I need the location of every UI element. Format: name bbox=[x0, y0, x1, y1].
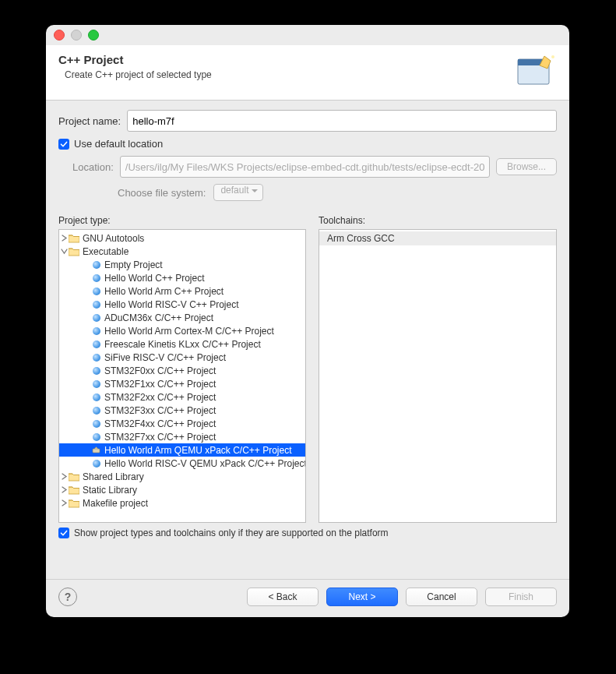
checkbox-checked-icon bbox=[58, 139, 69, 150]
tree-item-label: Hello World RISC-V C++ Project bbox=[104, 299, 239, 310]
template-icon bbox=[93, 327, 100, 335]
template-icon bbox=[93, 407, 100, 415]
project-type-label: Project type: bbox=[58, 215, 306, 226]
template-icon bbox=[93, 393, 100, 401]
tree-item-template[interactable]: ADuCM36x C/C++ Project bbox=[59, 311, 305, 324]
tree-item-label: Hello World Arm QEMU xPack C/C++ Project bbox=[104, 445, 292, 456]
back-button[interactable]: < Back bbox=[247, 588, 319, 606]
project-name-input[interactable] bbox=[127, 110, 557, 132]
tree-item-gnu-autotools[interactable]: GNU Autotools bbox=[59, 231, 305, 245]
location-input bbox=[120, 156, 490, 178]
filesystem-select: default bbox=[213, 184, 263, 201]
template-icon bbox=[93, 460, 100, 468]
tree-item-template[interactable]: Freescale Kinetis KLxx C/C++ Project bbox=[59, 337, 305, 351]
toolchain-item[interactable]: Arm Cross GCC bbox=[319, 231, 556, 245]
wizard-subtitle: Create C++ project of selected type bbox=[58, 69, 212, 80]
cancel-button[interactable]: Cancel bbox=[406, 588, 477, 606]
tree-item-label: STM32F3xx C/C++ Project bbox=[104, 405, 216, 416]
tree-item-makefile-project[interactable]: Makefile project bbox=[59, 496, 305, 510]
browse-button: Browse... bbox=[496, 158, 557, 175]
tree-item-template[interactable]: STM32F1xx C/C++ Project bbox=[59, 377, 305, 390]
tree-item-label: STM32F1xx C/C++ Project bbox=[104, 379, 216, 390]
wizard-icon bbox=[515, 53, 557, 90]
chevron-right-icon[interactable] bbox=[59, 499, 69, 508]
dialog-window: C++ Project Create C++ project of select… bbox=[46, 25, 569, 617]
tree-item-label: Makefile project bbox=[83, 498, 148, 509]
project-type-tree[interactable]: GNU AutotoolsExecutableEmpty ProjectHell… bbox=[58, 229, 306, 523]
tree-item-label: Static Library bbox=[83, 485, 137, 496]
wizard-banner: C++ Project Create C++ project of select… bbox=[46, 45, 569, 101]
tree-item-template[interactable]: STM32F0xx C/C++ Project bbox=[59, 364, 305, 377]
tree-item-template[interactable]: STM32F4xx C/C++ Project bbox=[59, 417, 305, 430]
tree-item-label: Hello World RISC-V QEMU xPack C/C++ Proj… bbox=[104, 458, 306, 469]
wizard-title: C++ Project bbox=[58, 53, 212, 66]
filter-label: Show project types and toolchains only i… bbox=[74, 528, 389, 538]
toolchains-list[interactable]: Arm Cross GCC bbox=[319, 229, 557, 523]
template-icon bbox=[93, 341, 100, 348]
tree-item-template[interactable]: Hello World RISC-V QEMU xPack C/C++ Proj… bbox=[59, 457, 305, 470]
template-icon bbox=[93, 433, 100, 441]
location-label: Location: bbox=[72, 161, 114, 173]
tree-item-label: ADuCM36x C/C++ Project bbox=[104, 312, 213, 323]
filter-checkbox[interactable] bbox=[58, 528, 69, 538]
svg-point-2 bbox=[551, 55, 554, 58]
use-default-location-label: Use default location bbox=[74, 138, 163, 150]
close-icon[interactable] bbox=[54, 30, 65, 41]
tree-item-template[interactable]: STM32F3xx C/C++ Project bbox=[59, 404, 305, 417]
tree-item-label: Shared Library bbox=[83, 471, 144, 482]
tree-item-template[interactable]: STM32F2xx C/C++ Project bbox=[59, 390, 305, 404]
template-icon bbox=[93, 288, 100, 295]
tree-item-template[interactable]: SiFive RISC-V C/C++ Project bbox=[59, 351, 305, 364]
tree-item-label: Hello World Arm Cortex-M C/C++ Project bbox=[104, 326, 274, 337]
tree-item-template[interactable]: STM32F7xx C/C++ Project bbox=[59, 430, 305, 443]
tree-item-template[interactable]: Hello World Arm QEMU xPack C/C++ Project bbox=[59, 443, 305, 457]
template-icon bbox=[93, 314, 100, 322]
chevron-right-icon[interactable] bbox=[59, 485, 69, 495]
use-default-location-checkbox[interactable]: Use default location bbox=[58, 138, 557, 150]
tree-item-label: STM32F0xx C/C++ Project bbox=[104, 365, 216, 376]
tree-item-executable[interactable]: Executable bbox=[59, 245, 305, 258]
tree-item-label: SiFive RISC-V C/C++ Project bbox=[104, 352, 226, 363]
template-icon bbox=[93, 301, 100, 309]
toolchains-label: Toolchains: bbox=[319, 215, 557, 226]
form-area: Project name: Use default location Locat… bbox=[46, 101, 569, 212]
tree-item-template[interactable]: Hello World RISC-V C++ Project bbox=[59, 298, 305, 311]
template-icon bbox=[93, 380, 100, 388]
minimize-icon bbox=[71, 30, 82, 41]
chevron-right-icon[interactable] bbox=[59, 472, 69, 482]
tree-item-label: Hello World Arm C++ Project bbox=[104, 286, 224, 297]
tree-item-label: Hello World C++ Project bbox=[104, 273, 205, 284]
tree-item-template[interactable]: Hello World C++ Project bbox=[59, 271, 305, 284]
chevron-down-icon[interactable] bbox=[59, 247, 69, 256]
template-icon bbox=[93, 274, 100, 282]
help-button[interactable]: ? bbox=[58, 588, 77, 606]
titlebar bbox=[46, 25, 569, 45]
tree-item-label: STM32F4xx C/C++ Project bbox=[104, 418, 216, 429]
wizard-footer: ? < Back Next > Cancel Finish bbox=[46, 579, 569, 617]
next-button[interactable]: Next > bbox=[326, 588, 398, 606]
tree-item-shared-library[interactable]: Shared Library bbox=[59, 470, 305, 483]
chevron-right-icon[interactable] bbox=[59, 234, 69, 243]
template-icon bbox=[93, 367, 100, 375]
tree-item-label: Empty Project bbox=[104, 259, 163, 270]
filesystem-label: Choose file system: bbox=[118, 187, 206, 199]
tree-item-template[interactable]: Hello World Arm C++ Project bbox=[59, 284, 305, 298]
tree-item-label: Executable bbox=[83, 246, 128, 257]
template-icon bbox=[93, 354, 100, 362]
maximize-icon[interactable] bbox=[88, 30, 99, 41]
tree-item-template[interactable]: Empty Project bbox=[59, 258, 305, 271]
template-icon bbox=[93, 420, 100, 428]
tree-item-label: Freescale Kinetis KLxx C/C++ Project bbox=[104, 339, 261, 350]
tree-item-label: STM32F7xx C/C++ Project bbox=[104, 432, 216, 443]
project-name-label: Project name: bbox=[58, 115, 121, 127]
svg-rect-3 bbox=[93, 449, 100, 453]
tree-item-template[interactable]: Hello World Arm Cortex-M C/C++ Project bbox=[59, 324, 305, 337]
tree-item-label: STM32F2xx C/C++ Project bbox=[104, 392, 216, 403]
tree-item-label: GNU Autotools bbox=[83, 233, 144, 244]
tree-item-static-library[interactable]: Static Library bbox=[59, 483, 305, 496]
finish-button: Finish bbox=[485, 588, 557, 606]
template-icon bbox=[93, 261, 100, 269]
